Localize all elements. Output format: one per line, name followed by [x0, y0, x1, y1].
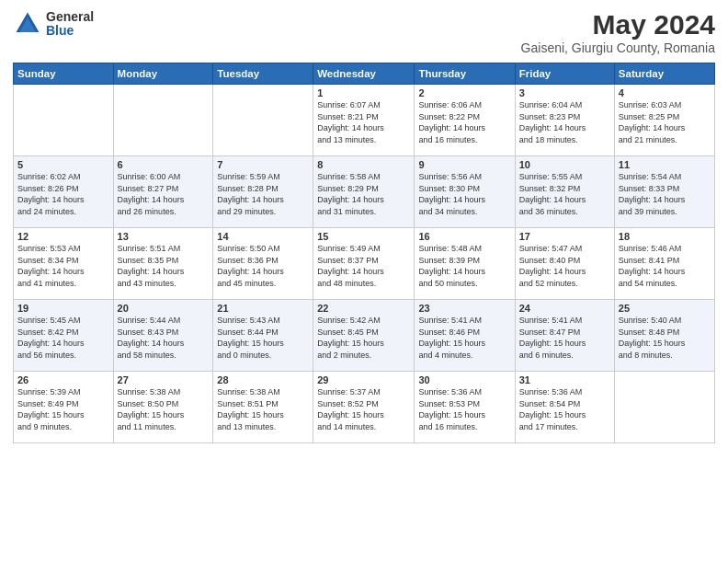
calendar-cell: 1Sunrise: 6:07 AM Sunset: 8:21 PM Daylig… [313, 85, 415, 156]
weekday-header-row: SundayMondayTuesdayWednesdayThursdayFrid… [14, 63, 715, 85]
day-number: 17 [519, 231, 610, 242]
day-number: 6 [118, 159, 210, 170]
calendar-cell: 20Sunrise: 5:44 AM Sunset: 8:43 PM Dayli… [113, 300, 213, 372]
day-info: Sunrise: 5:50 AM Sunset: 8:36 PM Dayligh… [217, 243, 309, 289]
day-info: Sunrise: 5:47 AM Sunset: 8:40 PM Dayligh… [519, 243, 610, 289]
day-info: Sunrise: 5:38 AM Sunset: 8:51 PM Dayligh… [217, 386, 309, 432]
day-info: Sunrise: 5:44 AM Sunset: 8:43 PM Dayligh… [118, 315, 210, 361]
day-info: Sunrise: 5:41 AM Sunset: 8:47 PM Dayligh… [519, 315, 610, 361]
calendar-cell: 19Sunrise: 5:45 AM Sunset: 8:42 PM Dayli… [14, 300, 114, 372]
calendar-cell [113, 85, 213, 156]
day-info: Sunrise: 5:55 AM Sunset: 8:32 PM Dayligh… [519, 171, 610, 217]
day-info: Sunrise: 5:40 AM Sunset: 8:48 PM Dayligh… [619, 315, 711, 361]
weekday-header-tuesday: Tuesday [213, 63, 313, 85]
week-row-2: 5Sunrise: 6:02 AM Sunset: 8:26 PM Daylig… [14, 156, 715, 228]
calendar-cell: 16Sunrise: 5:48 AM Sunset: 8:39 PM Dayli… [415, 228, 515, 300]
day-info: Sunrise: 5:51 AM Sunset: 8:35 PM Dayligh… [118, 243, 210, 289]
day-number: 23 [418, 303, 510, 314]
calendar-cell: 8Sunrise: 5:58 AM Sunset: 8:29 PM Daylig… [313, 156, 415, 228]
calendar-cell: 21Sunrise: 5:43 AM Sunset: 8:44 PM Dayli… [213, 300, 313, 372]
day-info: Sunrise: 6:03 AM Sunset: 8:25 PM Dayligh… [619, 99, 711, 145]
weekday-header-sunday: Sunday [14, 63, 114, 85]
logo-text: General Blue [46, 10, 94, 39]
day-info: Sunrise: 5:45 AM Sunset: 8:42 PM Dayligh… [17, 315, 109, 361]
week-row-4: 19Sunrise: 5:45 AM Sunset: 8:42 PM Dayli… [14, 300, 715, 372]
calendar-cell: 22Sunrise: 5:42 AM Sunset: 8:45 PM Dayli… [313, 300, 415, 372]
day-number: 12 [17, 231, 109, 242]
day-number: 4 [619, 87, 711, 98]
day-number: 1 [317, 87, 410, 98]
day-info: Sunrise: 5:42 AM Sunset: 8:45 PM Dayligh… [317, 315, 410, 361]
calendar-cell: 4Sunrise: 6:03 AM Sunset: 8:25 PM Daylig… [614, 85, 714, 156]
calendar-cell: 6Sunrise: 6:00 AM Sunset: 8:27 PM Daylig… [113, 156, 213, 228]
weekday-header-thursday: Thursday [415, 63, 515, 85]
day-number: 27 [118, 374, 210, 385]
day-number: 18 [619, 231, 711, 242]
calendar-cell: 14Sunrise: 5:50 AM Sunset: 8:36 PM Dayli… [213, 228, 313, 300]
day-info: Sunrise: 5:38 AM Sunset: 8:50 PM Dayligh… [118, 386, 210, 432]
day-number: 30 [418, 374, 510, 385]
logo-icon [13, 9, 42, 39]
calendar-cell: 26Sunrise: 5:39 AM Sunset: 8:49 PM Dayli… [14, 372, 114, 443]
calendar-cell [614, 372, 714, 443]
day-info: Sunrise: 5:37 AM Sunset: 8:52 PM Dayligh… [317, 386, 410, 432]
day-info: Sunrise: 6:07 AM Sunset: 8:21 PM Dayligh… [317, 99, 410, 145]
day-number: 20 [118, 303, 210, 314]
logo-blue: Blue [46, 24, 94, 38]
day-info: Sunrise: 5:36 AM Sunset: 8:54 PM Dayligh… [519, 386, 610, 432]
header: General Blue May 2024 Gaiseni, Giurgiu C… [13, 9, 715, 55]
day-number: 15 [317, 231, 410, 242]
day-number: 3 [519, 87, 610, 98]
calendar-cell: 27Sunrise: 5:38 AM Sunset: 8:50 PM Dayli… [113, 372, 213, 443]
week-row-5: 26Sunrise: 5:39 AM Sunset: 8:49 PM Dayli… [14, 372, 715, 443]
calendar-cell: 3Sunrise: 6:04 AM Sunset: 8:23 PM Daylig… [515, 85, 614, 156]
day-info: Sunrise: 6:06 AM Sunset: 8:22 PM Dayligh… [418, 99, 510, 145]
title-block: May 2024 Gaiseni, Giurgiu County, Romani… [521, 9, 715, 55]
calendar-table: SundayMondayTuesdayWednesdayThursdayFrid… [13, 63, 715, 443]
day-info: Sunrise: 5:49 AM Sunset: 8:37 PM Dayligh… [317, 243, 410, 289]
day-number: 25 [619, 303, 711, 314]
calendar-cell: 11Sunrise: 5:54 AM Sunset: 8:33 PM Dayli… [614, 156, 714, 228]
calendar-cell: 13Sunrise: 5:51 AM Sunset: 8:35 PM Dayli… [113, 228, 213, 300]
weekday-header-saturday: Saturday [614, 63, 714, 85]
calendar-cell: 25Sunrise: 5:40 AM Sunset: 8:48 PM Dayli… [614, 300, 714, 372]
calendar-cell: 5Sunrise: 6:02 AM Sunset: 8:26 PM Daylig… [14, 156, 114, 228]
day-info: Sunrise: 5:54 AM Sunset: 8:33 PM Dayligh… [619, 171, 711, 217]
day-number: 29 [317, 374, 410, 385]
day-info: Sunrise: 5:58 AM Sunset: 8:29 PM Dayligh… [317, 171, 410, 217]
day-number: 14 [217, 231, 309, 242]
day-number: 22 [317, 303, 410, 314]
day-info: Sunrise: 6:00 AM Sunset: 8:27 PM Dayligh… [118, 171, 210, 217]
day-info: Sunrise: 5:56 AM Sunset: 8:30 PM Dayligh… [418, 171, 510, 217]
main-title: May 2024 [521, 9, 715, 40]
day-info: Sunrise: 6:04 AM Sunset: 8:23 PM Dayligh… [519, 99, 610, 145]
calendar-cell [213, 85, 313, 156]
day-number: 16 [418, 231, 510, 242]
calendar-cell: 12Sunrise: 5:53 AM Sunset: 8:34 PM Dayli… [14, 228, 114, 300]
day-number: 11 [619, 159, 711, 170]
day-info: Sunrise: 5:43 AM Sunset: 8:44 PM Dayligh… [217, 315, 309, 361]
day-info: Sunrise: 5:41 AM Sunset: 8:46 PM Dayligh… [418, 315, 510, 361]
calendar-cell: 10Sunrise: 5:55 AM Sunset: 8:32 PM Dayli… [515, 156, 614, 228]
weekday-header-monday: Monday [113, 63, 213, 85]
calendar-cell: 15Sunrise: 5:49 AM Sunset: 8:37 PM Dayli… [313, 228, 415, 300]
day-info: Sunrise: 5:46 AM Sunset: 8:41 PM Dayligh… [619, 243, 711, 289]
day-number: 31 [519, 374, 610, 385]
calendar-cell: 18Sunrise: 5:46 AM Sunset: 8:41 PM Dayli… [614, 228, 714, 300]
day-number: 21 [217, 303, 309, 314]
week-row-3: 12Sunrise: 5:53 AM Sunset: 8:34 PM Dayli… [14, 228, 715, 300]
day-number: 26 [17, 374, 109, 385]
day-number: 7 [217, 159, 309, 170]
day-info: Sunrise: 5:36 AM Sunset: 8:53 PM Dayligh… [418, 386, 510, 432]
calendar-cell: 24Sunrise: 5:41 AM Sunset: 8:47 PM Dayli… [515, 300, 614, 372]
calendar-cell: 30Sunrise: 5:36 AM Sunset: 8:53 PM Dayli… [415, 372, 515, 443]
day-number: 5 [17, 159, 109, 170]
calendar-cell: 9Sunrise: 5:56 AM Sunset: 8:30 PM Daylig… [415, 156, 515, 228]
calendar-cell: 29Sunrise: 5:37 AM Sunset: 8:52 PM Dayli… [313, 372, 415, 443]
day-number: 8 [317, 159, 410, 170]
day-info: Sunrise: 5:59 AM Sunset: 8:28 PM Dayligh… [217, 171, 309, 217]
calendar-cell [14, 85, 114, 156]
calendar-cell: 7Sunrise: 5:59 AM Sunset: 8:28 PM Daylig… [213, 156, 313, 228]
calendar-cell: 2Sunrise: 6:06 AM Sunset: 8:22 PM Daylig… [415, 85, 515, 156]
day-info: Sunrise: 5:53 AM Sunset: 8:34 PM Dayligh… [17, 243, 109, 289]
